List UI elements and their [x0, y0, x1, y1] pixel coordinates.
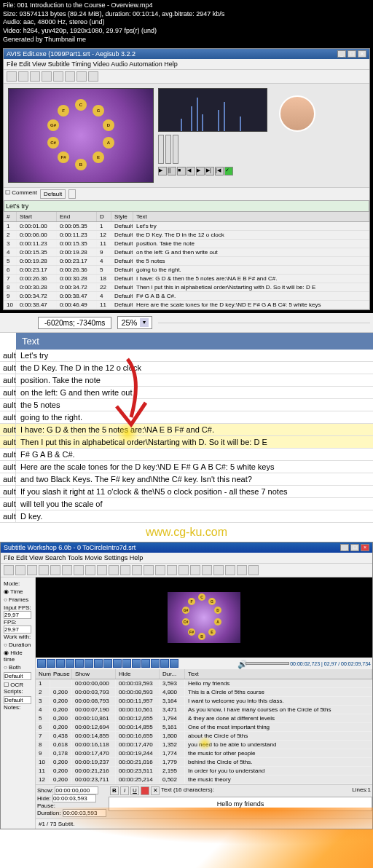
hide-time-input[interactable]	[52, 794, 96, 802]
style-select[interactable]: Default	[40, 189, 66, 199]
main-video-preview[interactable]: C G D A E B F# C# G# F	[8, 88, 154, 183]
control-button[interactable]	[160, 659, 169, 668]
toolbar-button[interactable]	[202, 565, 212, 575]
play-button[interactable]: ▶	[158, 167, 167, 175]
sw-subtitle-row[interactable]: 90,17800:00:17,47000:00:19,2441,774the m…	[36, 749, 372, 758]
text-row[interactable]: aultthe 5 notes	[0, 399, 373, 411]
waveform-display[interactable]	[159, 89, 267, 131]
text-row[interactable]: aultand two Black Keys. The F# key and\N…	[0, 473, 373, 486]
next-button[interactable]: ▶	[196, 167, 205, 175]
rewind-button[interactable]	[66, 659, 74, 668]
text-row[interactable]: aultgoing to the right.	[0, 411, 373, 424]
volume-slider[interactable]	[246, 662, 289, 665]
maximize-button[interactable]: □	[350, 544, 359, 551]
prev-button[interactable]: ◀	[186, 167, 195, 175]
stop-button[interactable]	[56, 659, 65, 668]
minimize-button[interactable]: _	[340, 544, 349, 551]
both-radio[interactable]: ○ Both	[4, 664, 32, 671]
frames-radio[interactable]: ○ Frames	[4, 596, 32, 603]
control-button[interactable]	[141, 659, 150, 668]
subtitle-row[interactable]: 60:00:23.170:00:26.365Defaultgoing to th…	[4, 266, 369, 275]
actor-input[interactable]	[68, 189, 76, 199]
underline-button[interactable]: U	[130, 786, 139, 795]
charset-select[interactable]	[4, 672, 31, 680]
toolbar-button[interactable]	[30, 71, 40, 82]
toolbar-button[interactable]	[18, 71, 28, 82]
prev-sub-button[interactable]	[85, 659, 93, 668]
text-row[interactable]: aultHere are the scale tones for the D k…	[0, 461, 373, 473]
next-sub-button[interactable]	[94, 659, 103, 668]
show-time-input[interactable]	[55, 786, 98, 794]
color-button[interactable]	[141, 786, 149, 795]
time-radio[interactable]: ◉ Time	[4, 588, 32, 595]
skip-button[interactable]: |◀	[215, 167, 224, 175]
italic-button[interactable]: I	[120, 786, 129, 795]
hide-radio[interactable]: ◉ Hide time	[4, 650, 32, 663]
clear-button[interactable]: ✕	[151, 786, 160, 795]
vertical-slider[interactable]	[173, 135, 178, 164]
save-button[interactable]	[27, 565, 37, 575]
subtitle-row[interactable]: 10:00:01.000:00:05.351DefaultLet's try	[4, 222, 369, 231]
sw-menubar[interactable]: File Edit View Search Tools Movie Settin…	[1, 553, 372, 564]
subtitle-row[interactable]: 40:00:15.350:00:19.289Defaulton the left…	[4, 248, 369, 257]
close-button[interactable]: ×	[358, 50, 366, 58]
control-button[interactable]	[122, 659, 131, 668]
sw-subtitle-row[interactable]: 50,20000:00:10,86100:00:12,6551,794& the…	[36, 714, 372, 723]
toolbar-button[interactable]	[62, 565, 72, 575]
maximize-button[interactable]: □	[348, 50, 356, 58]
fps-field[interactable]	[4, 626, 31, 634]
skip-button[interactable]: ▶|	[205, 167, 214, 175]
toolbar-button[interactable]	[132, 565, 142, 575]
close-button[interactable]: ×	[361, 544, 369, 551]
volume-icon[interactable]: 🔊	[237, 660, 245, 667]
text-row[interactable]: aultwill tell you the scale of	[0, 498, 373, 510]
text-row[interactable]: aultI have: G D & then the 5 notes are:\…	[0, 424, 373, 436]
ocr-checkbox[interactable]: ☐ OCR Scripts:	[4, 682, 32, 695]
toolbar-button[interactable]	[155, 565, 165, 575]
subtitle-edit-box[interactable]: Let's try	[4, 200, 369, 212]
subtitle-row[interactable]: 30:00:11.230:00:15.3511Defaultposition. …	[4, 240, 369, 248]
aegisub-menubar[interactable]: File Edit View Subtitle Timing Video Aud…	[4, 59, 369, 70]
control-button[interactable]	[132, 659, 141, 668]
input-fps-field[interactable]	[4, 611, 31, 619]
sw-subtitle-row[interactable]: 40,20000:00:07,19000:00:10,5613,471As yo…	[36, 706, 372, 714]
sw-video-preview[interactable]: C G D A E B F# C# G# F	[36, 577, 372, 658]
sw-subtitle-row[interactable]: 60,20000:00:12,69400:00:14,8555,161One o…	[36, 723, 372, 732]
toolbar-button[interactable]	[42, 71, 52, 82]
pause-button[interactable]: ||	[168, 167, 176, 175]
toolbar-button[interactable]	[213, 565, 224, 575]
toolbar-button[interactable]	[248, 565, 259, 575]
settings-button[interactable]	[178, 565, 189, 575]
sw-subtitle-row[interactable]: 120,20000:00:23,71100:00:25,2140,502the …	[36, 776, 372, 784]
open-button[interactable]	[15, 565, 25, 575]
sw-subtitle-row[interactable]: 70,43800:00:14,85500:00:16,6551,800about…	[36, 732, 372, 741]
vertical-slider[interactable]	[158, 135, 164, 164]
sw-subtitle-row[interactable]: 20,20000:00:03,79300:00:08,5934,800This …	[36, 688, 372, 697]
toolbar-button[interactable]	[39, 565, 49, 575]
toolbar-button[interactable]	[53, 71, 63, 82]
toolbar-button[interactable]	[74, 565, 84, 575]
undo-button[interactable]	[97, 565, 107, 575]
toolbar-button[interactable]	[237, 565, 247, 575]
sw-subtitle-row[interactable]: 100,20000:00:19,23700:00:21,0161,779behi…	[36, 758, 372, 767]
dropdown-arrow-icon[interactable]: ▾	[140, 318, 149, 327]
control-button[interactable]	[170, 659, 178, 668]
sw-subtitle-row[interactable]: 100:00:00,00000:00:03,5933,593Hello my f…	[36, 679, 372, 688]
toolbar-button[interactable]	[7, 71, 17, 82]
pause-button[interactable]	[47, 659, 55, 668]
new-button[interactable]	[4, 565, 14, 575]
play-button[interactable]	[37, 659, 46, 668]
toolbar-button[interactable]	[50, 565, 60, 575]
toolbar-button[interactable]	[88, 71, 98, 82]
toolbar-button[interactable]	[85, 565, 95, 575]
forward-button[interactable]	[75, 659, 84, 668]
redo-button[interactable]	[109, 565, 119, 575]
stop-button[interactable]: ■	[177, 167, 186, 175]
subtitle-row[interactable]: 100:00:38.470:00:46.4911DefaultHere are …	[4, 301, 369, 309]
duration-radio[interactable]: ○ Duration	[4, 642, 32, 648]
toolbar-button[interactable]	[144, 565, 154, 575]
subtitle-row[interactable]: 70:00:26.360:00:30.2818DefaultI have: G …	[4, 275, 369, 283]
control-button[interactable]	[151, 659, 160, 668]
text-row[interactable]: aultthe D Key. The D in the 12 o clock	[0, 362, 373, 374]
text-row[interactable]: aultposition. Take the note	[0, 374, 373, 387]
